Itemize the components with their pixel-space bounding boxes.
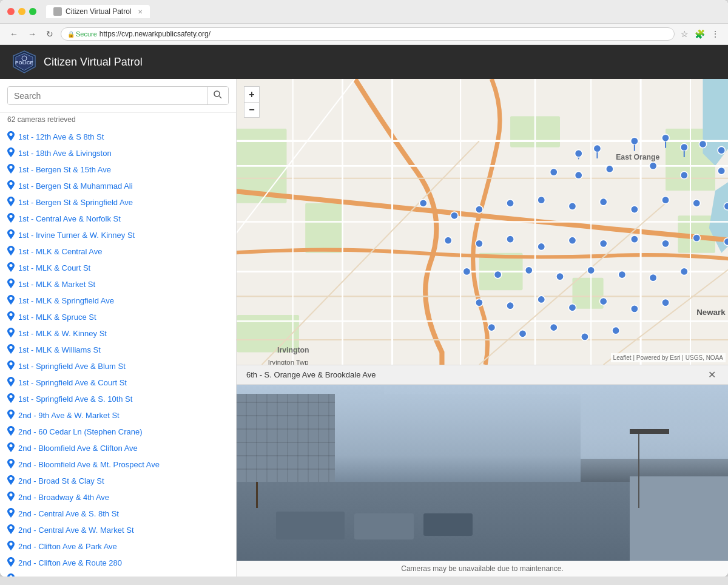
- camera-pin-icon: [7, 426, 15, 438]
- camera-item-label: 1st - MLK & Market St: [18, 280, 95, 289]
- camera-list-item[interactable]: 2nd - Broad St & Clay St: [0, 473, 236, 489]
- extensions-btn[interactable]: 🧩: [693, 28, 706, 40]
- camera-pin-icon: [7, 508, 15, 519]
- camera-list-item[interactable]: 1st - MLK & Springfield Ave: [0, 292, 236, 309]
- camera-item-label: 2nd - Central Ave & S. 8th St: [18, 509, 119, 518]
- svg-point-131: [476, 299, 483, 306]
- camera-list-item[interactable]: 1st - Springfield Ave & Blum St: [0, 358, 236, 374]
- refresh-button[interactable]: ↻: [44, 28, 56, 40]
- svg-point-24: [10, 428, 13, 431]
- camera-list-item[interactable]: 1st - Springfield Ave & S. 10th St: [0, 391, 236, 407]
- camera-list-item[interactable]: 1st - MLK & W. Kinney St: [0, 325, 236, 342]
- camera-pin-icon: [7, 197, 15, 208]
- search-input[interactable]: [8, 87, 207, 104]
- camera-list-item[interactable]: 1st - 12th Ave & S 8th St: [0, 129, 236, 145]
- camera-item-label: 2nd - Bloomfield Ave & Mt. Prospect Ave: [18, 460, 160, 469]
- svg-point-16: [10, 297, 13, 300]
- search-button[interactable]: [207, 87, 228, 104]
- camera-item-label: 1st - 12th Ave & S 8th St: [18, 132, 104, 141]
- camera-list-item[interactable]: 1st - Bergen St & Springfield Ave: [0, 194, 236, 211]
- camera-pin-icon: [7, 229, 15, 241]
- camera-list-item[interactable]: 2nd - Clifton Ave & Park Ave: [0, 538, 236, 555]
- search-area: [0, 79, 236, 113]
- tab-close-btn[interactable]: ✕: [138, 8, 143, 15]
- back-button[interactable]: ←: [7, 28, 21, 40]
- toolbar-right: ☆ 🧩 ⋮: [679, 28, 721, 40]
- camera-pin-icon: [7, 213, 15, 225]
- svg-point-123: [463, 268, 470, 275]
- zoom-in-button[interactable]: +: [244, 86, 260, 102]
- popup-close-button[interactable]: ✕: [706, 369, 718, 380]
- camera-pin-icon: [7, 311, 15, 323]
- svg-point-26: [10, 461, 13, 464]
- svg-point-11: [10, 215, 13, 218]
- svg-point-109: [631, 206, 638, 213]
- camera-pin-icon: [7, 557, 15, 569]
- svg-text:Newark: Newark: [696, 308, 726, 317]
- svg-point-118: [600, 240, 607, 247]
- search-box: [7, 86, 229, 105]
- svg-text:Irvington: Irvington: [277, 346, 309, 354]
- svg-point-104: [476, 206, 483, 213]
- camera-count: 62 cameras retrieved: [0, 113, 236, 129]
- camera-item-label: 2nd - Clifton Ave & Route 280: [18, 558, 122, 567]
- secure-badge: 🔒 Secure: [67, 30, 97, 38]
- camera-list-item[interactable]: 1st - MLK & Market St: [0, 276, 236, 292]
- forward-button[interactable]: →: [25, 28, 39, 40]
- camera-item-label: 1st - Springfield Ave & Court St: [18, 378, 127, 387]
- camera-pin-icon: [7, 328, 15, 339]
- svg-line-5: [220, 96, 222, 99]
- close-window-dot[interactable]: [7, 8, 15, 15]
- svg-point-86: [593, 145, 601, 152]
- lock-icon: 🔒: [67, 31, 75, 38]
- tab-favicon: [53, 7, 62, 16]
- camera-list-item[interactable]: 2nd - Broadway & 4th Ave: [0, 489, 236, 506]
- svg-point-96: [550, 168, 558, 175]
- svg-point-30: [10, 526, 13, 529]
- minimize-window-dot[interactable]: [18, 8, 25, 15]
- app-logo-icon: POLICE: [12, 50, 36, 74]
- svg-point-128: [618, 271, 625, 278]
- svg-text:Irvington Twp: Irvington Twp: [268, 359, 309, 365]
- svg-point-13: [10, 248, 13, 251]
- bookmark-btn[interactable]: ☆: [679, 28, 690, 40]
- camera-list-item[interactable]: 2nd - Central Ave & S. 8th St: [0, 506, 236, 522]
- camera-list-item[interactable]: 2nd - 9th Ave & W. Market St: [0, 407, 236, 424]
- camera-list-item[interactable]: 1st - MLK & Central Ave: [0, 243, 236, 260]
- svg-point-23: [10, 411, 13, 414]
- zoom-out-button[interactable]: −: [244, 102, 260, 118]
- camera-list-item[interactable]: 1st - Bergen St & Muhammad Ali: [0, 178, 236, 194]
- svg-point-105: [507, 200, 514, 207]
- camera-list-item[interactable]: 1st - MLK & Williams St: [0, 342, 236, 358]
- camera-list-item[interactable]: 1st - Central Ave & Norfolk St: [0, 211, 236, 227]
- camera-list-item[interactable]: 1st - MLK & Court St: [0, 260, 236, 276]
- browser-tab[interactable]: Citizen Virtual Patrol ✕: [46, 5, 150, 18]
- menu-btn[interactable]: ⋮: [710, 28, 721, 40]
- camera-pin-icon: [7, 492, 15, 503]
- camera-list-item[interactable]: 1st - Irvine Turner & W. Kinney St: [0, 227, 236, 243]
- camera-pin-icon: [7, 360, 15, 372]
- svg-point-125: [525, 266, 533, 274]
- svg-point-29: [10, 510, 13, 513]
- camera-list-item[interactable]: 1st - MLK & Spruce St: [0, 309, 236, 325]
- camera-list-item[interactable]: 2nd - Clifton Ave & Victoria Ave: [0, 571, 236, 577]
- camera-pin-icon: [7, 393, 15, 405]
- camera-list-item[interactable]: 1st - 18th Ave & Livingston: [0, 145, 236, 161]
- map-area: East Orange East Newark Harrison Newark …: [237, 79, 728, 577]
- camera-list-item[interactable]: 1st - Bergen St & 15th Ave: [0, 161, 236, 178]
- camera-list-item[interactable]: 2nd - Clifton Ave & Route 280: [0, 555, 236, 571]
- camera-list-item[interactable]: 2nd - Bloomfield Ave & Clifton Ave: [0, 440, 236, 456]
- svg-point-134: [568, 304, 576, 311]
- camera-list[interactable]: 1st - 12th Ave & S 8th St1st - 18th Ave …: [0, 129, 236, 577]
- svg-point-88: [631, 137, 638, 144]
- map-background: East Orange East Newark Harrison Newark …: [237, 79, 728, 365]
- address-bar[interactable]: 🔒 Secure https://cvp.newarkpublicsafety.…: [61, 27, 675, 41]
- camera-pin-icon: [7, 246, 15, 257]
- svg-point-7: [10, 149, 13, 152]
- camera-list-item[interactable]: 2nd - Central Ave & W. Market St: [0, 522, 236, 538]
- maximize-window-dot[interactable]: [29, 8, 36, 15]
- camera-list-item[interactable]: 2nd - 60 Cedar Ln (Stephen Crane): [0, 424, 236, 440]
- map-container[interactable]: East Orange East Newark Harrison Newark …: [237, 79, 728, 365]
- camera-list-item[interactable]: 2nd - Bloomfield Ave & Mt. Prospect Ave: [0, 456, 236, 473]
- camera-list-item[interactable]: 1st - Springfield Ave & Court St: [0, 374, 236, 391]
